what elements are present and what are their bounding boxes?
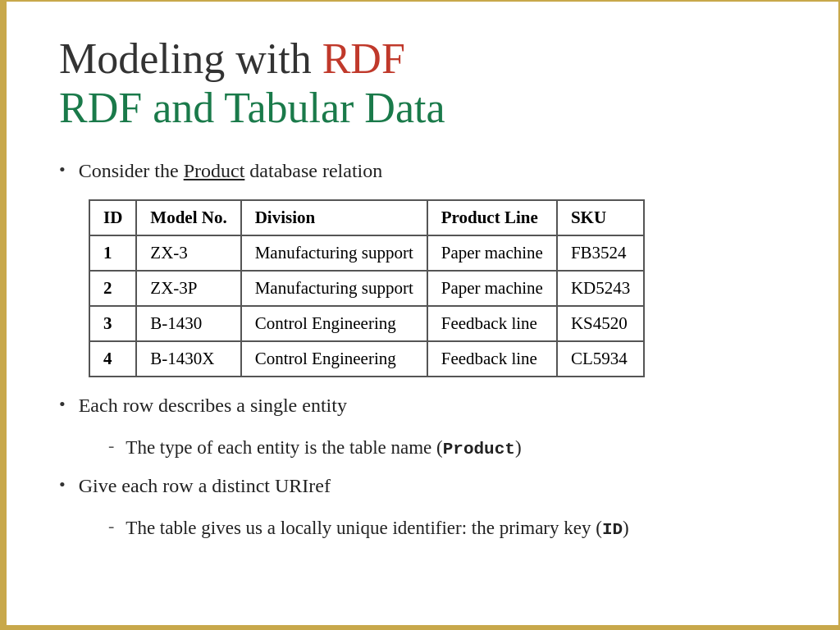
col-header-division: Division <box>241 200 427 235</box>
sub-bullet-table-name-text: The type of each entity is the table nam… <box>126 435 521 461</box>
product-code: Product <box>443 440 515 459</box>
slide: Modeling with RDF RDF and Tabular Data •… <box>0 0 840 630</box>
bullet-uriref-text: Give each row a distinct URIref <box>79 472 331 500</box>
bullet-uriref: • Give each row a distinct URIref <box>59 472 789 500</box>
table-cell-r4-c4: Feedback line <box>427 341 557 377</box>
bullet-each-row-text: Each row describes a single entity <box>79 392 347 420</box>
table-cell-r3-c1: 3 <box>89 306 136 341</box>
bullet-consider-text: Consider the Product database relation <box>79 158 383 185</box>
bottom-border-decoration <box>2 625 838 628</box>
table-cell-r4-c3: Control Engineering <box>241 341 427 377</box>
title-prefix: Modeling with <box>59 35 322 82</box>
left-border-decoration <box>2 2 7 628</box>
bullet-dot-2: • <box>59 394 66 415</box>
bullet-each-row: • Each row describes a single entity <box>59 392 789 420</box>
sub-bullet-dash-1: - <box>108 435 114 456</box>
table-row: 1ZX-3Manufacturing supportPaper machineF… <box>89 235 644 271</box>
table-cell-r1-c3: Manufacturing support <box>241 235 427 271</box>
id-code: ID <box>602 520 623 539</box>
col-header-model-no: Model No. <box>136 200 240 235</box>
table-cell-r2-c3: Manufacturing support <box>241 271 427 306</box>
table-cell-r1-c4: Paper machine <box>427 235 557 271</box>
table-cell-r4-c5: CL5934 <box>557 341 644 377</box>
bullet-dot-3: • <box>59 474 66 495</box>
title-rdf: RDF <box>322 35 405 82</box>
title-line1: Modeling with RDF <box>59 34 789 84</box>
table-cell-r1-c1: 1 <box>89 235 136 271</box>
table-cell-r3-c2: B-1430 <box>136 306 240 341</box>
table-cell-r3-c3: Control Engineering <box>241 306 427 341</box>
col-header-sku: SKU <box>557 200 644 235</box>
table-cell-r2-c2: ZX-3P <box>136 271 240 306</box>
product-table-container: ID Model No. Division Product Line SKU 1… <box>89 199 789 377</box>
title-line2: RDF and Tabular Data <box>59 84 789 133</box>
table-cell-r1-c2: ZX-3 <box>136 235 240 271</box>
table-cell-r2-c1: 2 <box>89 271 136 306</box>
table-header-row: ID Model No. Division Product Line SKU <box>89 200 644 235</box>
title-section: Modeling with RDF RDF and Tabular Data <box>59 34 789 133</box>
content-area: • Consider the Product database relation… <box>59 158 789 542</box>
col-header-product-line: Product Line <box>427 200 557 235</box>
table-cell-r4-c2: B-1430X <box>136 341 240 377</box>
product-table: ID Model No. Division Product Line SKU 1… <box>89 199 645 377</box>
product-underline: Product <box>184 160 245 181</box>
sub-bullet-primary-key: - The table gives us a locally unique id… <box>108 515 789 541</box>
table-cell-r3-c5: KS4520 <box>557 306 644 341</box>
table-cell-r2-c4: Paper machine <box>427 271 557 306</box>
bullet-dot-1: • <box>59 159 66 180</box>
table-row: 3B-1430Control EngineeringFeedback lineK… <box>89 306 644 341</box>
table-cell-r2-c5: KD5243 <box>557 271 644 306</box>
table-cell-r3-c4: Feedback line <box>427 306 557 341</box>
bullet-consider: • Consider the Product database relation <box>59 158 789 185</box>
table-cell-r1-c5: FB3524 <box>557 235 644 271</box>
table-cell-r4-c1: 4 <box>89 341 136 377</box>
col-header-id: ID <box>89 200 136 235</box>
sub-bullet-dash-2: - <box>108 515 114 536</box>
table-row: 2ZX-3PManufacturing supportPaper machine… <box>89 271 644 306</box>
table-row: 4B-1430XControl EngineeringFeedback line… <box>89 341 644 377</box>
sub-bullet-primary-key-text: The table gives us a locally unique iden… <box>126 515 628 541</box>
sub-bullet-table-name: - The type of each entity is the table n… <box>108 435 789 461</box>
